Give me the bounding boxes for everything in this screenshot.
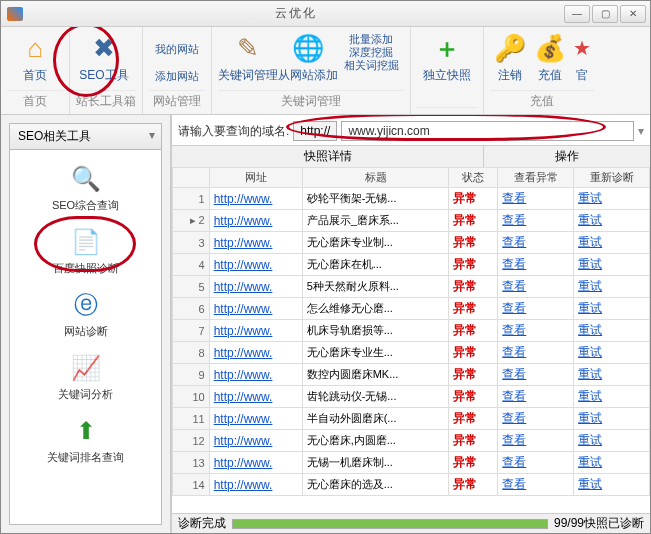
table-row[interactable]: 12http://www.无心磨床,内圆磨...异常查看重试 — [173, 430, 650, 452]
view-link[interactable]: 查看 — [502, 279, 526, 293]
retry-link[interactable]: 重试 — [578, 367, 602, 381]
close-button[interactable]: ✕ — [620, 5, 646, 23]
url-link[interactable]: http://www. — [214, 478, 273, 492]
plus-icon: ＋ — [429, 31, 465, 65]
col-rediag[interactable]: 重新诊断 — [574, 168, 650, 188]
table-row[interactable]: 10http://www.齿轮跳动仪-无锡...异常查看重试 — [173, 386, 650, 408]
url-link[interactable]: http://www. — [214, 434, 273, 448]
view-link[interactable]: 查看 — [502, 477, 526, 491]
table-row[interactable]: 13http://www.无锡一机磨床制...异常查看重试 — [173, 452, 650, 474]
retry-link[interactable]: 重试 — [578, 301, 602, 315]
seo-tools-button[interactable]: ✖ SEO工具 — [76, 29, 132, 90]
view-link[interactable]: 查看 — [502, 323, 526, 337]
view-link[interactable]: 查看 — [502, 455, 526, 469]
sidebar-tool-list: 🔍 SEO综合查询 📄 百度快照诊断 ⓔ 网站诊断 📈 关键词分析 ⬆ — [9, 150, 162, 525]
keyword-mgmt-button[interactable]: ✎ 关键词管理 — [218, 29, 278, 90]
view-link[interactable]: 查看 — [502, 389, 526, 403]
retry-link[interactable]: 重试 — [578, 323, 602, 337]
view-link[interactable]: 查看 — [502, 433, 526, 447]
site-mgmt-buttons[interactable]: 我的网站 添加网站 — [149, 29, 205, 90]
dropdown-icon[interactable]: ▾ — [638, 124, 644, 138]
col-title[interactable]: 标题 — [302, 168, 449, 188]
url-link[interactable]: http://www. — [214, 346, 273, 360]
url-link[interactable]: http://www. — [214, 324, 273, 338]
home-button[interactable]: ⌂ 首页 — [7, 29, 63, 90]
col-view-abn[interactable]: 查看异常 — [498, 168, 574, 188]
cell-idx: 5 — [173, 276, 210, 298]
keyword-batch-buttons[interactable]: 批量添加 深度挖掘 相关词挖掘 — [338, 29, 404, 90]
cell-retry: 重试 — [574, 298, 650, 320]
col-status[interactable]: 状态 — [449, 168, 498, 188]
retry-link[interactable]: 重试 — [578, 389, 602, 403]
cell-url: http://www. — [209, 364, 302, 386]
col-url[interactable]: 网址 — [209, 168, 302, 188]
view-link[interactable]: 查看 — [502, 257, 526, 271]
retry-link[interactable]: 重试 — [578, 235, 602, 249]
retry-link[interactable]: 重试 — [578, 411, 602, 425]
table-row[interactable]: ▸ 2http://www.产品展示_磨床系...异常查看重试 — [173, 210, 650, 232]
table-row[interactable]: 3http://www.无心磨床专业制...异常查看重试 — [173, 232, 650, 254]
table-row[interactable]: 5http://www.5种天然耐火原料...异常查看重试 — [173, 276, 650, 298]
table-row[interactable]: 1http://www.砂轮平衡架-无锡...异常查看重试 — [173, 188, 650, 210]
url-link[interactable]: http://www. — [214, 280, 273, 294]
cell-view: 查看 — [498, 342, 574, 364]
statusbar: 诊断完成 99/99快照已诊断 — [172, 513, 650, 533]
cell-status: 异常 — [449, 276, 498, 298]
official-button[interactable]: ★ 官 — [570, 29, 594, 90]
cell-view: 查看 — [498, 232, 574, 254]
url-link[interactable]: http://www. — [214, 368, 273, 382]
view-link[interactable]: 查看 — [502, 345, 526, 359]
view-link[interactable]: 查看 — [502, 301, 526, 315]
maximize-button[interactable]: ▢ — [592, 5, 618, 23]
sidebar-item-baidu-snapshot[interactable]: 📄 百度快照诊断 — [10, 219, 161, 282]
retry-link[interactable]: 重试 — [578, 257, 602, 271]
snapshot-button[interactable]: ＋ 独立快照 — [417, 29, 477, 107]
sidebar-item-keyword-analysis[interactable]: 📈 关键词分析 — [10, 345, 161, 408]
url-input[interactable] — [341, 121, 634, 141]
retry-link[interactable]: 重试 — [578, 191, 602, 205]
retry-link[interactable]: 重试 — [578, 213, 602, 227]
view-link[interactable]: 查看 — [502, 213, 526, 227]
grid-wrapper[interactable]: 网址 标题 状态 查看异常 重新诊断 1http://www.砂轮平衡架-无锡.… — [172, 167, 650, 513]
sidebar-header[interactable]: SEO相关工具 — [9, 123, 162, 150]
retry-link[interactable]: 重试 — [578, 433, 602, 447]
url-link[interactable]: http://www. — [214, 214, 273, 228]
protocol-box[interactable]: http:// — [293, 121, 337, 141]
view-link[interactable]: 查看 — [502, 367, 526, 381]
cell-idx: 8 — [173, 342, 210, 364]
table-row[interactable]: 9http://www.数控内圆磨床MK...异常查看重试 — [173, 364, 650, 386]
retry-link[interactable]: 重试 — [578, 345, 602, 359]
retry-link[interactable]: 重试 — [578, 455, 602, 469]
col-idx[interactable] — [173, 168, 210, 188]
cell-title: 数控内圆磨床MK... — [302, 364, 449, 386]
query-row: 请输入要查询的域名: http:// ▾ — [172, 115, 650, 145]
retry-link[interactable]: 重试 — [578, 279, 602, 293]
logout-button[interactable]: 🔑 注销 — [490, 29, 530, 90]
sidebar-item-keyword-rank[interactable]: ⬆ 关键词排名查询 — [10, 408, 161, 471]
add-from-site-button[interactable]: 🌐 从网站添加 — [278, 29, 338, 90]
table-row[interactable]: 8http://www.无心磨床专业生...异常查看重试 — [173, 342, 650, 364]
url-link[interactable]: http://www. — [214, 412, 273, 426]
minimize-button[interactable]: — — [564, 5, 590, 23]
cell-status: 异常 — [449, 320, 498, 342]
view-link[interactable]: 查看 — [502, 235, 526, 249]
url-link[interactable]: http://www. — [214, 390, 273, 404]
titlebar: 云优化 — ▢ ✕ — [1, 1, 650, 27]
table-row[interactable]: 6http://www.怎么维修无心磨...异常查看重试 — [173, 298, 650, 320]
table-row[interactable]: 14http://www.无心磨床的选及...异常查看重试 — [173, 474, 650, 496]
url-link[interactable]: http://www. — [214, 456, 273, 470]
url-link[interactable]: http://www. — [214, 236, 273, 250]
view-link[interactable]: 查看 — [502, 411, 526, 425]
app-window: 云优化 — ▢ ✕ ⌂ 首页 首页 ✖ SEO工具 — [0, 0, 651, 534]
retry-link[interactable]: 重试 — [578, 477, 602, 491]
url-link[interactable]: http://www. — [214, 302, 273, 316]
url-link[interactable]: http://www. — [214, 258, 273, 272]
sidebar-item-seo-query[interactable]: 🔍 SEO综合查询 — [10, 156, 161, 219]
sidebar-item-site-diag[interactable]: ⓔ 网站诊断 — [10, 282, 161, 345]
search-icon: 🔍 — [69, 162, 103, 196]
view-link[interactable]: 查看 — [502, 191, 526, 205]
url-link[interactable]: http://www. — [214, 192, 273, 206]
table-row[interactable]: 7http://www.机床导轨磨损等...异常查看重试 — [173, 320, 650, 342]
table-row[interactable]: 11http://www.半自动外圆磨床(...异常查看重试 — [173, 408, 650, 430]
table-row[interactable]: 4http://www.无心磨床在机...异常查看重试 — [173, 254, 650, 276]
